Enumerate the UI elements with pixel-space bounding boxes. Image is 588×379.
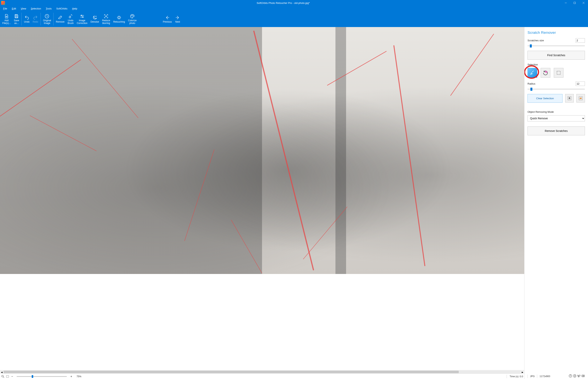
radius-input[interactable] [576,81,585,86]
redo-label: Redo [33,21,38,23]
toolbar: Add File(s)... Save as... Undo Redo Orig… [0,11,588,27]
maximize-button[interactable] [570,0,579,6]
colorize-photo-label: Colorize photo [128,19,137,25]
facebook-icon[interactable] [573,374,576,378]
eraser-icon [57,15,63,20]
selection-brush-tool[interactable] [527,68,537,78]
menu-edit[interactable]: Edit [10,7,17,11]
save-as-button[interactable]: Save as... [12,12,21,27]
menu-view[interactable]: View [19,7,28,11]
scroll-thumb[interactable] [3,371,459,373]
focus-icon [103,14,109,19]
undo-button[interactable]: Undo [22,12,31,27]
previous-label: Previous [163,21,172,23]
youtube-icon[interactable] [581,374,585,378]
menu-bar: File Edit View Selection Tools SoftOrbit… [0,6,588,11]
scroll-left-button[interactable]: ◂ [0,370,3,374]
menu-tools[interactable]: Tools [44,7,53,11]
selection-label: Selection [527,63,585,66]
selection-rectangle-tool[interactable] [554,68,563,78]
save-icon [14,14,19,19]
zoom-in-button[interactable]: + [70,375,73,378]
twitter-icon[interactable] [577,374,581,378]
arrow-left-icon [165,15,170,20]
sparkle-gear-icon [116,15,122,20]
menu-help[interactable]: Help [70,7,79,11]
title-bar: SoftOrbits Photo Retoucher Pro - old-pho… [0,0,588,6]
time-value: Time (s): 0.0 [509,375,523,378]
moon-icon [92,15,98,20]
svg-rect-6 [16,15,17,16]
minimize-button[interactable] [561,0,570,6]
scroll-right-button[interactable]: ▸ [521,370,524,374]
add-file-icon [4,14,9,19]
photo-content [0,27,524,274]
removing-mode-select[interactable]: Quick Remove [527,115,585,121]
dimensions-value: 1172x663 [539,375,550,378]
radius-slider[interactable] [527,87,585,91]
svg-point-15 [105,16,107,17]
colorize-photo-button[interactable]: Colorize photo [127,12,138,27]
undo-label: Undo [24,21,30,23]
history-icon [44,14,50,19]
remove-scratches-button[interactable]: Remove Scratches [527,126,585,135]
add-files-label: Add File(s)... [2,19,11,25]
retouching-label: Retouching [113,21,125,23]
reduce-blurring-button[interactable]: Reduce blurring [101,12,112,27]
redo-icon [33,15,38,20]
status-bar: − + 75% Time (s): 0.0 [0,374,524,379]
remove-button[interactable]: Remove [54,12,66,27]
load-selection-button[interactable] [576,94,585,103]
original-image-button[interactable]: Original Image [42,12,52,27]
brush-icon [68,14,73,19]
menu-selection[interactable]: Selection [29,7,43,11]
next-label: Next [175,21,180,23]
add-files-button[interactable]: Add File(s)... [1,12,12,27]
fit-screen-icon[interactable] [6,375,9,378]
selection-eraser-tool[interactable] [541,68,550,78]
zoom-slider[interactable] [16,376,67,377]
svg-point-18 [132,15,132,16]
svg-point-16 [118,16,120,19]
zoom-value: 75% [77,375,81,378]
menu-softorbits[interactable]: SoftOrbits [55,7,69,11]
app-logo-icon [1,1,5,5]
close-button[interactable] [579,0,588,6]
svg-rect-23 [545,71,547,73]
image-correction-button[interactable]: Image Correction [75,12,89,27]
scratches-size-input[interactable] [576,38,585,43]
scratches-size-slider[interactable] [527,44,585,48]
image-canvas[interactable] [0,27,524,370]
undo-icon [24,15,30,20]
save-selection-button[interactable] [565,94,574,103]
svg-point-20 [2,375,3,377]
side-panel: Scratch Remover Scratches size Find Scra… [524,27,588,379]
original-image-label: Original Image [43,19,51,25]
radius-label: Radius [527,82,535,85]
info-icon[interactable] [569,374,572,378]
next-button[interactable]: Next [173,12,182,27]
panel-header: Scratch Remover [527,31,585,35]
arrow-right-icon [175,15,180,20]
window-title: SoftOrbits Photo Retoucher Pro - old-pho… [5,1,561,4]
horizontal-scrollbar[interactable]: ◂ ▸ [0,370,524,374]
svg-line-21 [3,377,4,378]
svg-rect-22 [6,376,9,377]
find-scratches-button[interactable]: Find Scratches [527,51,585,60]
previous-button[interactable]: Previous [161,12,174,27]
redo-button: Redo [31,12,40,27]
retouching-button[interactable]: Retouching [112,12,127,27]
svg-point-17 [131,16,131,16]
denoise-button[interactable]: Denoise [89,12,100,27]
undo-brush-button[interactable]: Undo Brush [66,12,75,27]
menu-file[interactable]: File [1,7,9,11]
palette-icon [130,14,135,19]
image-correction-label: Image Correction [77,19,87,25]
svg-point-19 [133,16,133,16]
clear-selection-button[interactable]: Clear Selection [527,94,562,103]
scratches-size-label: Scratches size [527,39,544,42]
format-value: JPG [530,375,535,378]
zoom-out-button[interactable]: − [10,375,14,378]
zoom-tool-icon[interactable] [1,375,5,378]
svg-rect-7 [16,16,17,18]
